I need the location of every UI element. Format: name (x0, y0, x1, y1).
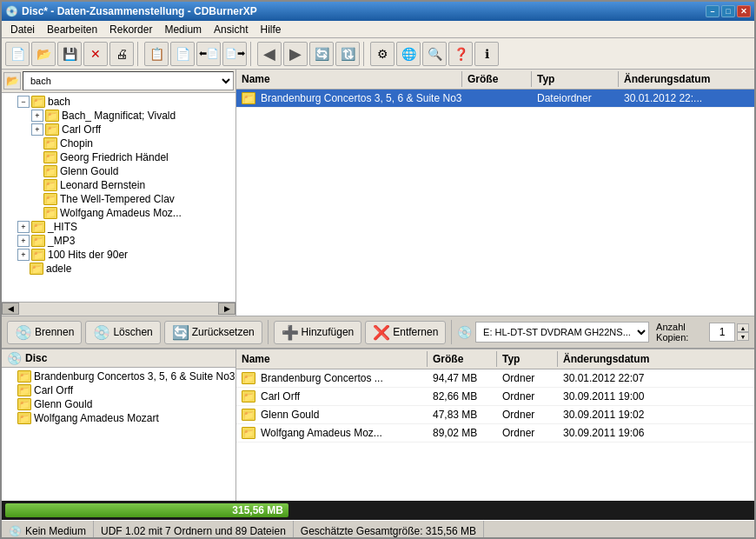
brennen-button[interactable]: 💿 Brennen (7, 321, 82, 344)
tree-item-adele[interactable]: 📁 adele (3, 262, 234, 276)
disc-col-type[interactable]: Typ (497, 351, 558, 367)
disc-table-row-0[interactable]: 📁 Brandenburg Concertos ... 94,47 MB Ord… (236, 369, 754, 388)
forward-button[interactable]: ▶ (283, 42, 308, 66)
col-name[interactable]: Name (236, 71, 462, 87)
disc-tree-item-1[interactable]: 📁 Carl Orff (3, 383, 234, 397)
settings-button[interactable]: ⚙ (370, 42, 395, 66)
tree-item-hits[interactable]: + 📁 _HITS (3, 220, 234, 234)
zuruecksetzen-button[interactable]: 🔄 Zurücksetzen (164, 321, 262, 344)
help-button[interactable]: ❓ (448, 42, 473, 66)
copies-spinner[interactable]: ▲ ▼ (737, 323, 749, 341)
loeschen-label: Löschen (113, 326, 152, 338)
disc-tree-item-2[interactable]: 📁 Glenn Gould (3, 397, 234, 411)
hinzufuegen-icon: ➕ (282, 324, 299, 341)
disc-tree-item-0[interactable]: 📁 Brandenburg Concertos 3, 5, 6 & Suite … (3, 369, 234, 383)
drive-select[interactable]: E: HL-DT-ST DVDRAM GH22NS... (475, 322, 649, 343)
back-button[interactable]: ◀ (257, 42, 282, 66)
copy3-button[interactable]: 📄➡ (222, 42, 247, 66)
menu-medium[interactable]: Medium (159, 22, 207, 37)
tree-item-chopin[interactable]: 📁 Chopin (3, 136, 234, 150)
entfernen-button[interactable]: ❌ Entfernen (365, 321, 446, 344)
search-button[interactable]: 🔍 (422, 42, 447, 66)
col-date[interactable]: Änderungsdatum (619, 71, 754, 87)
brennen-icon: 💿 (15, 324, 32, 341)
menu-ansicht[interactable]: Ansicht (209, 22, 253, 37)
col-type[interactable]: Typ (532, 71, 619, 87)
open-button[interactable]: 📂 (31, 42, 56, 66)
tree-toggle-carl-orff[interactable]: + (31, 123, 43, 136)
network-button[interactable]: 🌐 (396, 42, 421, 66)
col-size[interactable]: Größe (462, 71, 532, 87)
folder-icon-glenn-gould: 📁 (43, 165, 57, 177)
copies-down[interactable]: ▼ (737, 332, 749, 341)
menu-datei[interactable]: Datei (5, 22, 40, 37)
tree-label-wolfgang: Wolfgang Amadeus Moz... (60, 207, 182, 219)
tree-label-handel: Georg Friedrich Händel (60, 151, 169, 163)
path-dropdown[interactable]: bach (23, 71, 234, 90)
tree-label-100hits: 100 Hits der 90er (48, 249, 128, 261)
folder-icon-handel: 📁 (43, 151, 57, 163)
tree-item-bach-magnificat[interactable]: + 📁 Bach_ Magnificat; Vivald (3, 109, 234, 123)
disc-table-row-1[interactable]: 📁 Carl Orff 82,66 MB Ordner 30.09.2011 1… (236, 388, 754, 406)
tree-area[interactable]: − 📁 bach + 📁 Bach_ Magnificat; Vivald + … (2, 93, 235, 302)
tree-toggle-bach[interactable]: − (17, 96, 30, 108)
print-button[interactable]: 🖨 (109, 42, 134, 66)
toolbar: 📄 📂 💾 ✕ 🖨 📋 📄 ⬅📄 📄➡ ◀ ▶ 🔄 🔃 ⚙ 🌐 🔍 ❓ ℹ (2, 38, 754, 70)
save-button[interactable]: 💾 (57, 42, 82, 66)
refresh-button[interactable]: 🔄 (309, 42, 334, 66)
disc-table-row-2[interactable]: 📁 Glenn Gould 47,83 MB Ordner 30.09.2011… (236, 406, 754, 424)
tree-scrollbar-horizontal[interactable]: ◀ ▶ (2, 302, 235, 316)
tree-toggle-100hits[interactable]: + (17, 249, 30, 261)
delete-button[interactable]: ✕ (83, 42, 108, 66)
scroll-left[interactable]: ◀ (2, 303, 19, 315)
new-button[interactable]: 📄 (5, 42, 30, 66)
folder-icon-well-tempered: 📁 (43, 193, 57, 205)
file-list-area[interactable]: 📁 Brandenburg Concertos 3, 5, 6 & Suite … (236, 90, 754, 316)
tree-label-leonard: Leonard Bernstein (60, 179, 145, 191)
tree-item-handel[interactable]: 📁 Georg Friedrich Händel (3, 150, 234, 164)
scroll-right[interactable]: ▶ (218, 303, 235, 315)
copy1-button[interactable]: 📋 (144, 42, 169, 66)
maximize-button[interactable]: □ (721, 5, 735, 17)
loeschen-button[interactable]: 💿 Löschen (85, 321, 160, 344)
disc-folder-icon-3: 📁 (17, 412, 31, 424)
tree-item-mp3[interactable]: + 📁 _MP3 (3, 234, 234, 248)
disc-row-icon-1: 📁 (242, 390, 255, 403)
disc-tree-area[interactable]: 📁 Brandenburg Concertos 3, 5, 6 & Suite … (2, 368, 235, 427)
tree-item-leonard[interactable]: 📁 Leonard Bernstein (3, 178, 234, 192)
tree-item-glenn-gould[interactable]: 📁 Glenn Gould (3, 164, 234, 178)
drive-icon: 💿 (457, 325, 472, 339)
titlebar-left: 💿 Disc* - Daten-Zusammenstellung - CDBur… (5, 5, 257, 17)
tree-item-bach[interactable]: − 📁 bach (3, 95, 234, 109)
menu-bearbeiten[interactable]: Bearbeiten (42, 22, 103, 37)
copies-input[interactable] (709, 323, 735, 342)
tree-toggle-mp3[interactable]: + (17, 235, 30, 247)
paste1-button[interactable]: 📄 (170, 42, 195, 66)
copy2-button[interactable]: ⬅📄 (196, 42, 221, 66)
file-name-cell: Brandenburg Concertos 3, 5, 6 & Suite No… (261, 92, 461, 104)
folder-icon-carl-orff: 📁 (45, 123, 59, 136)
disc-row-icon-0: 📁 (242, 372, 255, 384)
menu-hilfe[interactable]: Hilfe (255, 22, 286, 37)
close-button[interactable]: ✕ (737, 5, 751, 17)
tree-toggle-hits[interactable]: + (17, 221, 30, 233)
tree-nav-up[interactable]: 📂 (3, 72, 21, 90)
disc-tree-item-3[interactable]: 📁 Wolfgang Amadeus Mozart (3, 411, 234, 425)
disc-table-row-3[interactable]: 📁 Wolfgang Amadeus Moz... 89,02 MB Ordne… (236, 424, 754, 443)
copies-up[interactable]: ▲ (737, 323, 749, 332)
minimize-button[interactable]: – (706, 5, 720, 17)
tree-item-well-tempered[interactable]: 📁 The Well-Tempered Clav (3, 192, 234, 206)
refresh2-button[interactable]: 🔃 (335, 42, 360, 66)
tree-item-100hits[interactable]: + 📁 100 Hits der 90er (3, 248, 234, 262)
tree-item-wolfgang[interactable]: 📁 Wolfgang Amadeus Moz... (3, 206, 234, 220)
disc-col-size[interactable]: Größe (428, 351, 497, 367)
disc-file-list-area[interactable]: 📁 Brandenburg Concertos ... 94,47 MB Ord… (236, 369, 754, 443)
tree-item-carl-orff[interactable]: + 📁 Carl Orff (3, 123, 234, 136)
disc-col-date[interactable]: Änderungsdatum (558, 351, 754, 367)
tree-toggle-bach-magnificat[interactable]: + (31, 110, 43, 122)
menu-rekorder[interactable]: Rekorder (104, 22, 157, 37)
table-row[interactable]: 📁 Brandenburg Concertos 3, 5, 6 & Suite … (236, 90, 754, 108)
info-button[interactable]: ℹ (474, 42, 499, 66)
disc-col-name[interactable]: Name (236, 351, 428, 367)
hinzufuegen-button[interactable]: ➕ Hinzufügen (274, 321, 362, 344)
